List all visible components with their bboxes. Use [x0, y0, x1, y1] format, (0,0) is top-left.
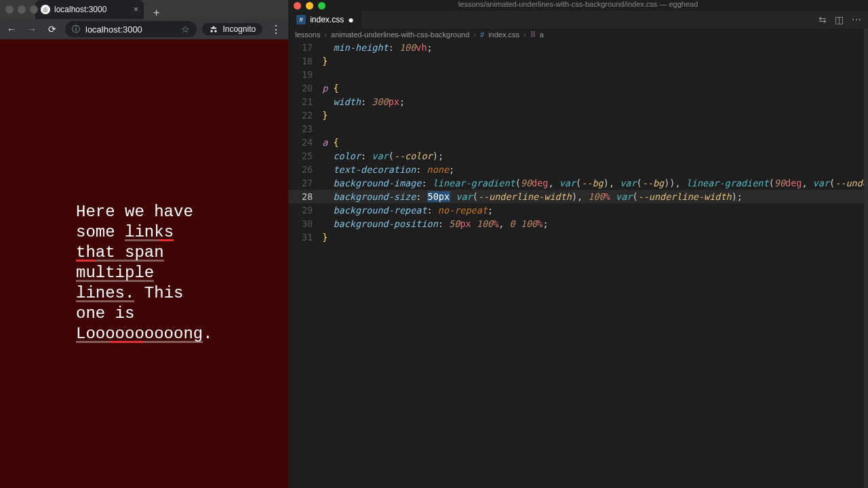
- code-content: a {: [322, 136, 338, 149]
- reload-button[interactable]: ⟳: [45, 22, 60, 37]
- code-line[interactable]: 19: [288, 68, 868, 81]
- more-actions-icon[interactable]: ⋯: [852, 14, 861, 25]
- editor-tab-active[interactable]: # index.css ●: [288, 11, 362, 28]
- breadcrumb-file[interactable]: index.css: [488, 30, 519, 39]
- breadcrumb-symbol[interactable]: a: [540, 30, 544, 39]
- minimize-window-icon[interactable]: [18, 5, 26, 14]
- code-line[interactable]: 29 background-repeat: no-repeat;: [288, 203, 868, 217]
- chevron-right-icon: ›: [473, 30, 476, 39]
- code-line[interactable]: 17 min-height: 100vh;: [288, 41, 868, 54]
- browser-toolbar: ← → ⟳ ⓘ localhost:3000 ☆ Incognito ⋮: [0, 19, 288, 39]
- code-content: text-decoration: none;: [322, 163, 454, 176]
- browser-menu-icon[interactable]: ⋮: [268, 23, 284, 36]
- back-button[interactable]: ←: [4, 22, 19, 37]
- line-number: 24: [288, 136, 322, 149]
- site-info-icon[interactable]: ⓘ: [72, 24, 80, 35]
- demo-paragraph: Here we have some links that span multip…: [76, 202, 218, 344]
- code-line[interactable]: 30 background-position: 50px 100%, 0 100…: [288, 217, 868, 230]
- editor-tabs: # index.css ● ⇆ ◫ ⋯: [288, 11, 868, 28]
- close-tab-icon[interactable]: ×: [134, 5, 138, 14]
- code-line[interactable]: 23: [288, 122, 868, 136]
- close-window-icon[interactable]: [294, 2, 301, 9]
- line-number: 22: [288, 108, 322, 122]
- incognito-icon: [209, 24, 218, 34]
- editor-window-controls[interactable]: [288, 0, 868, 11]
- code-line[interactable]: 31}: [288, 230, 868, 244]
- line-number: 19: [288, 68, 322, 81]
- code-content: background-image: linear-gradient(90deg,…: [322, 176, 868, 190]
- line-number: 31: [288, 230, 322, 244]
- incognito-label: Incognito: [222, 24, 256, 34]
- page-viewport[interactable]: Here we have some links that span multip…: [0, 39, 288, 488]
- line-number: 20: [288, 81, 322, 95]
- line-number: 28: [288, 190, 322, 203]
- url-text: localhost:3000: [85, 24, 142, 35]
- code-area[interactable]: 17 min-height: 100vh;18}1920p {21 width:…: [288, 41, 868, 488]
- code-line[interactable]: 28 background-size: 50px var(--underline…: [288, 190, 868, 203]
- line-number: 30: [288, 217, 322, 230]
- line-number: 29: [288, 203, 322, 217]
- scrollbar[interactable]: [864, 28, 868, 488]
- maximize-window-icon[interactable]: [30, 5, 38, 14]
- close-window-icon[interactable]: [5, 5, 14, 14]
- code-editor-window: lessons/animated-underlines-with-css-bac…: [288, 0, 868, 488]
- code-content: color: var(--color);: [322, 149, 443, 163]
- code-line[interactable]: 25 color: var(--color);: [288, 149, 868, 163]
- line-number: 25: [288, 149, 322, 163]
- code-content: p {: [322, 81, 338, 95]
- breadcrumb-item[interactable]: lessons: [295, 30, 320, 39]
- line-number: 18: [288, 54, 322, 68]
- favicon-icon: ◎: [41, 5, 50, 14]
- code-content: }: [322, 54, 328, 68]
- css-rule-icon: ⠿: [530, 30, 536, 39]
- code-line[interactable]: 18}: [288, 54, 868, 68]
- bookmark-icon[interactable]: ☆: [181, 24, 190, 35]
- minimize-window-icon[interactable]: [306, 2, 313, 9]
- address-bar[interactable]: ⓘ localhost:3000 ☆: [65, 21, 197, 37]
- tab-title: localhost:3000: [54, 5, 106, 14]
- split-editor-icon[interactable]: ◫: [835, 14, 844, 25]
- breadcrumb-item[interactable]: animated-underlines-with-css-background: [331, 30, 469, 39]
- browser-tab[interactable]: ◎ localhost:3000 ×: [35, 0, 144, 19]
- code-line[interactable]: 22}: [288, 108, 868, 122]
- code-content: min-height: 100vh;: [322, 41, 433, 54]
- code-line[interactable]: 24a {: [288, 136, 868, 149]
- code-content: background-size: 50px var(--underline-wi…: [322, 190, 743, 203]
- chevron-right-icon: ›: [524, 30, 526, 39]
- code-line[interactable]: 27 background-image: linear-gradient(90d…: [288, 176, 868, 190]
- code-content: background-position: 50px 100%, 0 100%;: [322, 217, 548, 230]
- code-content: }: [322, 230, 328, 244]
- code-content: background-repeat: no-repeat;: [322, 203, 493, 217]
- css-file-icon: #: [296, 15, 306, 24]
- code-content: width: 300px;: [322, 95, 405, 108]
- line-number: 27: [288, 176, 322, 190]
- demo-link-2[interactable]: Loooooooooong: [76, 325, 203, 343]
- editor-tab-label: index.css: [310, 15, 344, 24]
- macos-window-controls[interactable]: [5, 5, 38, 14]
- code-content: }: [322, 108, 328, 122]
- paragraph-text: .: [203, 325, 212, 343]
- code-line[interactable]: 26 text-decoration: none;: [288, 163, 868, 176]
- unsaved-indicator-icon: ●: [348, 14, 353, 25]
- line-number: 23: [288, 122, 322, 136]
- browser-tabstrip: ◎ localhost:3000 × +: [0, 0, 288, 19]
- forward-button[interactable]: →: [24, 22, 39, 37]
- incognito-badge[interactable]: Incognito: [202, 23, 262, 35]
- code-line[interactable]: 20p {: [288, 81, 868, 95]
- compare-changes-icon[interactable]: ⇆: [818, 14, 827, 25]
- chevron-right-icon: ›: [324, 30, 327, 39]
- line-number: 17: [288, 41, 322, 54]
- line-number: 21: [288, 95, 322, 108]
- maximize-window-icon[interactable]: [318, 2, 326, 9]
- line-number: 26: [288, 163, 322, 176]
- editor-tab-actions: ⇆ ◫ ⋯: [818, 11, 868, 28]
- code-line[interactable]: 21 width: 300px;: [288, 95, 868, 108]
- breadcrumb[interactable]: lessons › animated-underlines-with-css-b…: [288, 28, 868, 41]
- new-tab-button[interactable]: +: [149, 7, 163, 19]
- browser-window: ◎ localhost:3000 × + ← → ⟳ ⓘ localhost:3…: [0, 0, 288, 488]
